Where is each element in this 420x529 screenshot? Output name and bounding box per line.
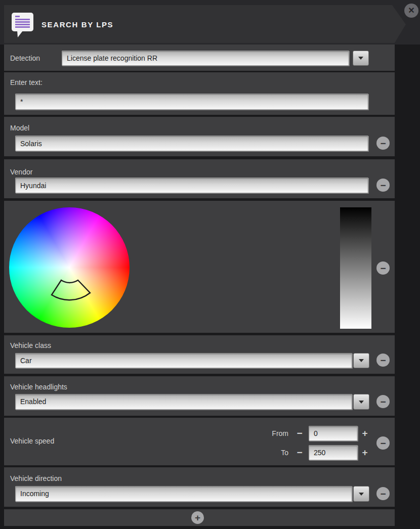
color-selection-marker[interactable] <box>9 207 130 328</box>
remove-model-button[interactable]: − <box>376 137 390 150</box>
chevron-down-icon <box>359 359 364 362</box>
vehicle-speed-label: Vehicle speed <box>10 437 54 445</box>
remove-vendor-button[interactable]: − <box>376 179 390 192</box>
vehicle-direction-section: Vehicle direction Incoming − <box>4 467 395 507</box>
chevron-down-icon <box>358 57 363 60</box>
model-section: Model − <box>4 117 395 156</box>
add-criterion-button[interactable]: + <box>191 511 204 524</box>
detection-dropdown-button[interactable] <box>353 51 369 66</box>
chevron-down-icon <box>359 493 364 496</box>
model-label: Model <box>10 124 29 132</box>
vehicle-class-combobox[interactable]: Car <box>15 353 352 368</box>
brightness-value-bar[interactable] <box>340 207 371 329</box>
panel-title: SEARCH BY LPS <box>41 20 113 29</box>
enter-text-section: Enter text: <box>4 72 395 115</box>
detection-section: Detection License plate recognition RR <box>4 45 395 71</box>
vehicle-headlights-dropdown-button[interactable] <box>353 394 369 410</box>
vehicle-direction-combobox[interactable]: Incoming <box>15 486 352 502</box>
speed-from-input[interactable] <box>309 426 358 441</box>
detection-combobox[interactable]: License plate recognition RR <box>62 51 349 66</box>
close-icon[interactable]: ✕ <box>404 4 418 18</box>
speed-to-decrement-button[interactable]: − <box>293 445 306 460</box>
remove-color-button[interactable]: − <box>376 261 390 275</box>
vendor-section: Vendor − <box>4 159 395 198</box>
enter-text-input[interactable] <box>15 94 368 110</box>
vehicle-headlights-label: Vehicle headlights <box>10 383 67 391</box>
vehicle-direction-dropdown-button[interactable] <box>353 486 369 502</box>
vehicle-headlights-section: Vehicle headlights Enabled − <box>4 376 395 416</box>
speech-bubble-list-icon <box>11 12 35 38</box>
remove-vehicle-class-button[interactable]: − <box>376 354 390 367</box>
detection-label: Detection <box>10 54 40 62</box>
vehicle-speed-section: Vehicle speed From − + To − + − <box>4 418 395 465</box>
speed-from-increment-button[interactable]: + <box>359 426 371 441</box>
remove-vehicle-direction-button[interactable]: − <box>376 487 390 500</box>
speed-to-increment-button[interactable]: + <box>359 445 371 460</box>
speed-to-input[interactable] <box>309 445 358 460</box>
remove-vehicle-speed-button[interactable]: − <box>376 436 390 450</box>
enter-text-label: Enter text: <box>10 78 43 86</box>
color-filter-section: − <box>4 201 395 333</box>
vendor-label: Vendor <box>10 168 32 176</box>
chevron-down-icon <box>359 401 364 404</box>
remove-vehicle-headlights-button[interactable]: − <box>376 395 390 408</box>
vehicle-direction-label: Vehicle direction <box>10 474 62 482</box>
add-criterion-bar: + <box>4 509 395 526</box>
vehicle-class-section: Vehicle class Car − <box>4 335 395 374</box>
panel-header: SEARCH BY LPS <box>4 5 406 43</box>
vehicle-class-label: Vehicle class <box>10 341 51 349</box>
model-input[interactable] <box>15 136 368 151</box>
speed-from-label: From <box>238 426 288 441</box>
vendor-input[interactable] <box>15 178 368 193</box>
vehicle-headlights-combobox[interactable]: Enabled <box>15 394 352 410</box>
search-by-lps-panel: SEARCH BY LPS ✕ Detection License plate … <box>0 0 420 529</box>
vehicle-class-dropdown-button[interactable] <box>353 353 369 368</box>
speed-from-decrement-button[interactable]: − <box>293 426 306 441</box>
speed-to-label: To <box>238 445 288 460</box>
